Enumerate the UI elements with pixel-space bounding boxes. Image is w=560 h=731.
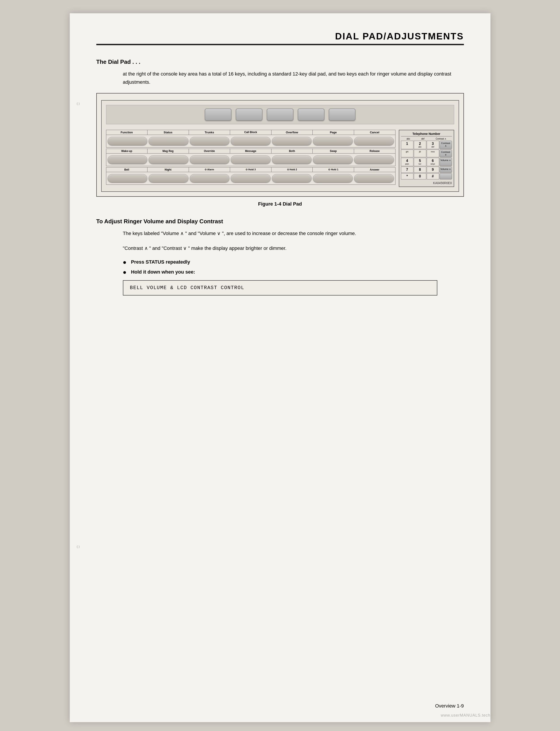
bullet-item-1: ● Press STATUS repeatedly [123,259,464,266]
numpad-key-hash[interactable]: # [427,173,439,179]
bell-volume-text: BELL VOLUME & LCD CONTRAST CONTROL [130,285,244,290]
keyboard-section: Function Status Trunks Call Block Overfl… [106,130,454,187]
bullet-dot-2: ● [123,269,127,276]
display-key-3[interactable] [267,108,293,121]
header-rule [96,44,464,45]
numpad-key-8[interactable]: 8 [414,167,426,173]
section1-body: at the right of the console key area has… [123,70,464,86]
numpad-key-1[interactable]: 1 [401,141,413,149]
main-keys: Function Status Trunks Call Block Overfl… [106,130,395,187]
numpad-key-0[interactable]: 0 [414,173,426,179]
numpad-header-row: abc def Contrast ∧ [401,137,452,140]
key-page[interactable] [313,137,353,145]
figure-caption: Figure 1-4 Dial Pad [96,201,464,207]
numpad: Telephone Number abc def Contrast ∧ 1 2a… [399,130,454,187]
numpad-key-2[interactable]: 2abc [414,141,426,149]
watermark: www.userMANUALS.tech [441,713,490,718]
numpad-key-5[interactable]: 5tuv [414,158,426,166]
numpad-key-mno: mno [427,149,439,157]
numpad-grid: 1 2abc 3def Contrast ∧ ghi jkl mno Contr… [401,141,452,179]
key-both[interactable] [272,155,312,164]
key-night[interactable] [149,174,188,182]
r3-label-night: Night [147,167,189,172]
numpad-key-star[interactable]: * [401,173,413,179]
r2-label-wakeup: Wake-up [106,149,148,153]
r2-label-message: Message [230,149,271,153]
r2-label-override: Override [189,149,230,153]
r3-label-hold2: ⊙ Hold 2 [271,167,313,172]
r2-label-magreg: Mag Reg [147,149,189,153]
bullet-text-2: Hold it down when you see: [131,269,195,275]
numpad-key-9[interactable]: 9 [427,167,439,173]
numpad-contrast-up[interactable]: Contrast ∧ [440,141,452,149]
r3-label-hold3: ⊙ Hold 3 [230,167,271,172]
r1-label-status: Status [147,130,189,135]
r2-label-release: Release [354,149,395,153]
section1-heading: The Dial Pad . . . [96,58,464,65]
key-callblock[interactable] [231,137,271,145]
bullet-list: ● Press STATUS repeatedly ● Hold it down… [123,259,464,276]
numpad-key-4[interactable]: 4pqrs [401,158,413,166]
numpad-key-6[interactable]: 6wxyz [427,158,439,166]
key-override[interactable] [190,155,230,164]
display-key-4[interactable] [298,108,324,121]
key-trunks[interactable] [190,137,230,145]
r1-label-page: Page [313,130,354,135]
numpad-key-ghi: ghi [401,149,413,157]
section2-heading: To Adjust Ringer Volume and Display Cont… [96,218,464,225]
margin-mark-1: ⟨⟩ [76,102,80,105]
numpad-header-contrast: Contrast ∧ [436,137,446,140]
numpad-volume-down[interactable]: Volume ∨ [440,167,452,173]
numpad-key-7[interactable]: 7 [401,167,413,173]
page-title: DIAL PAD/ADJUSTMENTS [96,31,464,42]
numpad-title: Telephone Number [401,132,452,136]
key-function[interactable] [108,137,147,145]
r2-label-swap: Swap [313,149,354,153]
bell-volume-box: BELL VOLUME & LCD CONTRAST CONTROL [123,280,437,295]
display-key-5[interactable] [329,108,355,121]
key-release[interactable] [354,155,394,164]
footer-text: Overview 1-9 [435,703,464,709]
section2-para1: The keys labeled "Volume ∧ " and "Volume… [123,229,464,237]
key-cancel[interactable] [354,137,394,145]
numpad-blank [440,173,452,179]
bullet-dot-1: ● [123,259,127,266]
numpad-contrast-down[interactable]: Contrast ∨ [440,149,452,157]
page-header: DIAL PAD/ADJUSTMENTS [96,31,464,42]
ka-label: KA0456R0E0 [401,181,452,185]
display-key-1[interactable] [205,108,231,121]
display-key-2[interactable] [236,108,262,121]
r3-label-hold1: ⊙ Hold 1 [313,167,354,172]
numpad-volume-up[interactable]: Volume ∧ [440,158,452,166]
r1-label-callblock: Call Block [230,130,271,135]
r1-label-overflow: Overflow [271,130,313,135]
key-hold3[interactable] [231,174,271,182]
r3-label-alarm: ⊙ Alarm [189,167,230,172]
page-footer: Overview 1-9 [435,703,464,709]
key-magreg[interactable] [149,155,188,164]
row3-label-block: Bell Night ⊙ Alarm ⊙ Hold 3 ⊙ Hold 2 ⊙ H… [106,167,395,185]
key-wakeup[interactable] [108,155,147,164]
dial-pad-inner: Function Status Trunks Call Block Overfl… [101,100,459,192]
key-status[interactable] [149,137,188,145]
key-hold1[interactable] [313,174,353,182]
numpad-key-jkl: jkl [414,149,426,157]
key-answer[interactable] [354,174,394,182]
key-alarm[interactable] [190,174,230,182]
numpad-key-3[interactable]: 3def [427,141,439,149]
r2-label-both: Both [271,149,313,153]
row2-label-block: Wake-up Mag Reg Override Message Both Sw… [106,149,395,166]
bullet-text-1: Press STATUS repeatedly [131,259,190,265]
key-hold2[interactable] [272,174,312,182]
r1-label-trunks: Trunks [189,130,230,135]
key-swap[interactable] [313,155,353,164]
dial-pad-figure: Function Status Trunks Call Block Overfl… [96,93,464,197]
r1-label-cancel: Cancel [354,130,395,135]
key-message[interactable] [231,155,271,164]
top-display-row [106,105,454,124]
key-overflow[interactable] [272,137,312,145]
numpad-header-abc: abc [407,137,410,140]
key-bell[interactable] [108,174,147,182]
margin-mark-2: ⟨⟩ [76,545,80,549]
row1-label-block: Function Status Trunks Call Block Overfl… [106,130,395,147]
